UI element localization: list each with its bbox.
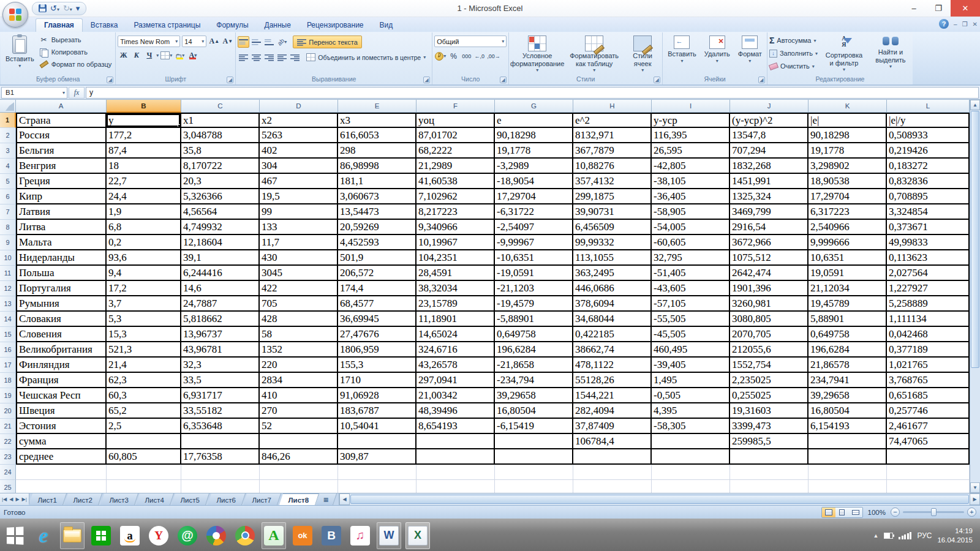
- cell-D20[interactable]: 270: [260, 403, 338, 419]
- cell-B23[interactable]: 60,805: [107, 449, 181, 465]
- cell-L13[interactable]: 5,258889: [887, 296, 970, 312]
- row-header-5[interactable]: 5: [0, 174, 16, 189]
- cell-A5[interactable]: Греция: [16, 174, 107, 189]
- cell-K24[interactable]: [809, 465, 887, 480]
- cell-K6[interactable]: 17,29704: [809, 189, 887, 204]
- cell-J3[interactable]: 707,294: [730, 143, 809, 159]
- cell-B6[interactable]: 24,4: [107, 189, 181, 204]
- cell-E17[interactable]: 155,3: [338, 358, 417, 373]
- comma-style-button[interactable]: 000: [461, 50, 472, 62]
- cell-I4[interactable]: -42,805: [652, 159, 730, 174]
- cell-B25[interactable]: [107, 480, 181, 493]
- row-header-10[interactable]: 10: [0, 250, 16, 266]
- cell-F8[interactable]: 9,340966: [417, 220, 495, 235]
- cell-K5[interactable]: 18,90538: [809, 174, 887, 189]
- row-header-11[interactable]: 11: [0, 266, 16, 281]
- increase-indent-button[interactable]: [289, 51, 301, 63]
- wrap-text-button[interactable]: Перенос текста: [293, 36, 362, 48]
- cell-D21[interactable]: 52: [260, 419, 338, 434]
- cell-L17[interactable]: 1,021765: [887, 358, 970, 373]
- cell-F11[interactable]: 28,4591: [417, 266, 495, 281]
- cell-C23[interactable]: 17,76358: [181, 449, 260, 465]
- horizontal-scrollbar[interactable]: ◀ ▶: [339, 493, 980, 505]
- grow-font-button[interactable]: A▲: [208, 36, 220, 47]
- cell-C5[interactable]: 20,3: [181, 174, 260, 189]
- cell-A3[interactable]: Бельгия: [16, 143, 107, 159]
- cell-L25[interactable]: [887, 480, 970, 493]
- font-color-button[interactable]: А▾: [187, 50, 198, 61]
- cell-J6[interactable]: 1325,324: [730, 189, 809, 204]
- row-header-9[interactable]: 9: [0, 235, 16, 250]
- sheet-tab-Лист2[interactable]: Лист2: [64, 493, 103, 505]
- file-explorer-icon[interactable]: [60, 522, 85, 549]
- cell-J7[interactable]: 3469,799: [730, 204, 809, 220]
- row-header-21[interactable]: 21: [0, 419, 16, 434]
- copy-button[interactable]: Копировать: [37, 46, 114, 58]
- cell-H4[interactable]: 10,88276: [573, 159, 652, 174]
- cell-I20[interactable]: 4,395: [652, 403, 730, 419]
- row-header-6[interactable]: 6: [0, 189, 16, 204]
- cell-H14[interactable]: 34,68044: [573, 312, 652, 327]
- cell-L3[interactable]: 0,219426: [887, 143, 970, 159]
- vkontakte-icon[interactable]: B: [319, 522, 344, 549]
- cell-J24[interactable]: [730, 465, 809, 480]
- prev-sheet-button[interactable]: ◀: [9, 497, 13, 502]
- cell-F14[interactable]: 11,18901: [417, 312, 495, 327]
- sheet-tab-Лист7[interactable]: Лист7: [243, 493, 282, 505]
- shrink-font-button[interactable]: A▼: [222, 36, 233, 47]
- cell-A16[interactable]: Великобритания: [16, 342, 107, 358]
- cell-G13[interactable]: -19,4579: [495, 296, 573, 312]
- find-select-button[interactable]: Найти и выделить▾: [870, 34, 911, 71]
- help-icon[interactable]: ?: [939, 19, 949, 29]
- cell-K2[interactable]: 90,18298: [809, 128, 887, 143]
- normal-view-button[interactable]: [822, 508, 835, 517]
- cell-E20[interactable]: 183,6787: [338, 403, 417, 419]
- insert-function-button[interactable]: fx: [69, 87, 85, 99]
- cell-C19[interactable]: 6,931717: [181, 388, 260, 403]
- cell-L11[interactable]: 2,027564: [887, 266, 970, 281]
- cell-A22[interactable]: сумма: [16, 434, 107, 449]
- align-top-button[interactable]: [238, 36, 249, 48]
- cell-G22[interactable]: [495, 434, 573, 449]
- cell-I23[interactable]: [652, 449, 730, 465]
- orientation-button[interactable]: ab▾: [276, 36, 288, 48]
- cell-G10[interactable]: -10,6351: [495, 250, 573, 266]
- cell-C18[interactable]: 33,5: [181, 373, 260, 388]
- row-header-23[interactable]: 23: [0, 449, 16, 465]
- cell-B15[interactable]: 15,3: [107, 327, 181, 342]
- cell-B24[interactable]: [107, 465, 181, 480]
- ribbon-tab-5[interactable]: Данные: [257, 19, 299, 32]
- cell-D13[interactable]: 705: [260, 296, 338, 312]
- cell-I25[interactable]: [652, 480, 730, 493]
- clock[interactable]: 14:1916.04.2015: [937, 527, 973, 544]
- cell-D16[interactable]: 1352: [260, 342, 338, 358]
- cell-G12[interactable]: -21,1203: [495, 281, 573, 296]
- network-signal-icon[interactable]: [899, 532, 911, 539]
- cell-H18[interactable]: 55128,26: [573, 373, 652, 388]
- cell-D2[interactable]: 5263: [260, 128, 338, 143]
- cell-E22[interactable]: [338, 434, 417, 449]
- align-left-button[interactable]: [238, 51, 249, 63]
- cell-K17[interactable]: 21,86578: [809, 358, 887, 373]
- cell-D12[interactable]: 422: [260, 281, 338, 296]
- sheet-tab-Лист5[interactable]: Лист5: [172, 493, 210, 505]
- cell-A8[interactable]: Литва: [16, 220, 107, 235]
- cell-G6[interactable]: 17,29704: [495, 189, 573, 204]
- page-layout-view-button[interactable]: [835, 508, 849, 517]
- next-sheet-button[interactable]: ▶: [15, 497, 19, 502]
- sort-filter-button[interactable]: АЯ Сортировка и фильтр▾: [821, 34, 867, 74]
- cell-E7[interactable]: 13,54473: [338, 204, 417, 220]
- ribbon-tab-7[interactable]: Вид: [372, 19, 401, 32]
- conditional-formatting-button[interactable]: Условное форматирование▾: [511, 34, 564, 75]
- zoom-out-icon[interactable]: −: [891, 508, 900, 517]
- cell-H3[interactable]: 367,7879: [573, 143, 652, 159]
- column-header-H[interactable]: H: [573, 100, 652, 113]
- cell-H24[interactable]: [573, 465, 652, 480]
- cell-K22[interactable]: [809, 434, 887, 449]
- cell-L6[interactable]: 0,708895: [887, 189, 970, 204]
- cell-L1[interactable]: |e|/y: [887, 113, 970, 128]
- cell-L24[interactable]: [887, 465, 970, 480]
- cell-H10[interactable]: 113,1055: [573, 250, 652, 266]
- start-button-icon[interactable]: [2, 522, 27, 549]
- cell-B14[interactable]: 5,3: [107, 312, 181, 327]
